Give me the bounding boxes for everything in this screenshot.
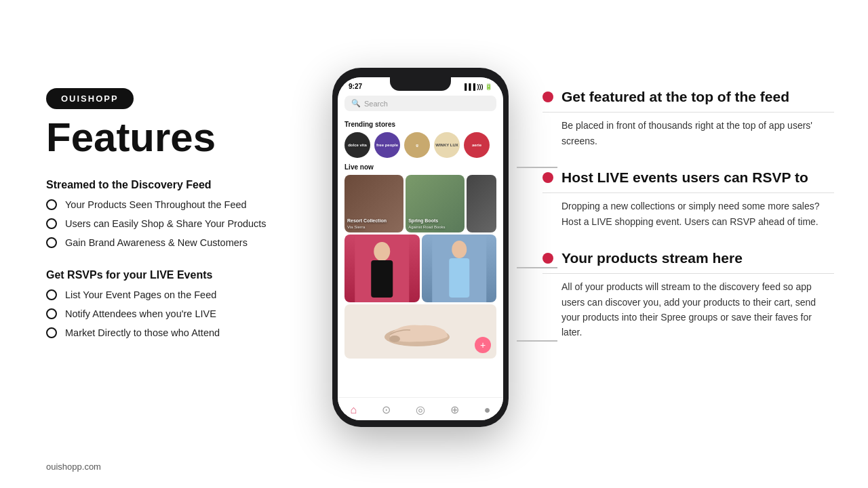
search-icon: 🔍	[351, 99, 361, 108]
bullet-icon	[46, 237, 57, 248]
svg-rect-5	[449, 258, 469, 298]
section1-list: Your Products Seen Throughout the Feed U…	[46, 198, 344, 250]
bullet-icon	[46, 289, 57, 300]
phone-search-area: 🔍 Search	[338, 93, 503, 117]
footer-text: ouishopp.com	[46, 462, 101, 472]
product-item-1[interactable]	[344, 235, 420, 302]
phone-content: Trending stores dolce vita free people g…	[338, 117, 503, 397]
logo-pill: OUISHOPP	[46, 88, 134, 109]
bullet-icon	[46, 218, 57, 229]
bullet-icon	[46, 308, 57, 319]
store-circles: dolce vita free people g WINKY LUX aerie	[344, 132, 496, 158]
svg-point-7	[389, 336, 400, 342]
live-item-resort[interactable]: Resort Collection Via Sierra	[344, 175, 403, 232]
right-panel: Get featured at the top of the feed Be p…	[542, 88, 834, 361]
shoe-img	[380, 313, 461, 350]
section1-title: Streamed to the Discovery Feed	[46, 179, 344, 191]
shoe-item[interactable]: +	[344, 304, 496, 359]
bullet-text: Market Directly to those who Attend	[65, 326, 220, 341]
search-bar[interactable]: 🔍 Search	[344, 96, 496, 111]
list-item: List Your Event Pages on the Feed	[46, 288, 344, 303]
live-title: Live now	[344, 163, 496, 171]
bullet-icon	[46, 199, 57, 210]
feature-header-1: Get featured at the top of the feed	[542, 88, 834, 113]
product-row	[344, 235, 496, 302]
store-circle-goldbergs[interactable]: g	[404, 132, 430, 158]
status-time: 9:27	[349, 83, 362, 90]
section2-title: Get RSVPs for your LIVE Events	[46, 269, 344, 281]
status-icons: ▐▐▐ ))) 🔋	[462, 83, 492, 90]
bullet-icon	[46, 327, 57, 338]
svg-point-1	[374, 242, 390, 261]
nav-cart-icon[interactable]: ⊕	[450, 403, 459, 416]
svg-rect-2	[371, 260, 393, 298]
store-circle-aerie[interactable]: aerie	[464, 132, 490, 158]
bullet-text: Your Products Seen Throughout the Feed	[65, 198, 247, 213]
nav-search-icon[interactable]: ⊙	[382, 403, 391, 416]
feature-desc-2: Dropping a new collections or simply nee…	[542, 199, 834, 229]
phone-notch	[390, 77, 451, 91]
list-item: Your Products Seen Throughout the Feed	[46, 198, 344, 213]
feature-header-2: Host LIVE events users can RSVP to	[542, 169, 834, 193]
feature-dot-2	[542, 172, 553, 183]
live-grid: Resort Collection Via Sierra Spring Boot…	[344, 175, 496, 232]
page-title: Features	[46, 116, 344, 159]
nav-profile-icon[interactable]: ●	[484, 404, 491, 416]
phone-mockup: 9:27 ▐▐▐ ))) 🔋 🔍 Search Trending stores …	[326, 68, 515, 427]
product-item-2[interactable]	[422, 235, 497, 302]
product-img-1	[344, 235, 420, 302]
live-item-extra[interactable]	[467, 175, 496, 232]
feature-dot-1	[542, 92, 553, 102]
feature-header-3: Your products stream here	[542, 249, 834, 274]
live-item-label: Spring Boots Against Road Books	[408, 218, 462, 230]
section2-list: List Your Event Pages on the Feed Notify…	[46, 288, 344, 340]
phone-screen: 9:27 ▐▐▐ ))) 🔋 🔍 Search Trending stores …	[338, 77, 503, 420]
feature-dot-3	[542, 253, 553, 264]
svg-point-4	[452, 241, 467, 258]
phone-frame: 9:27 ▐▐▐ ))) 🔋 🔍 Search Trending stores …	[332, 68, 509, 427]
store-circle-dolcevita[interactable]: dolce vita	[344, 132, 370, 158]
bullet-text: Gain Brand Awareness & New Customers	[65, 236, 248, 251]
bullet-text: Notify Attendees when you're LIVE	[65, 307, 216, 322]
feature-title-2: Host LIVE events users can RSVP to	[561, 169, 808, 186]
trending-title: Trending stores	[344, 121, 496, 128]
search-placeholder: Search	[364, 100, 388, 108]
list-item: Notify Attendees when you're LIVE	[46, 307, 344, 322]
live-item-boots[interactable]: Spring Boots Against Road Books	[406, 175, 465, 232]
store-circle-freepeople[interactable]: free people	[374, 132, 400, 158]
add-button[interactable]: +	[475, 337, 491, 353]
feature-title-1: Get featured at the top of the feed	[561, 88, 789, 105]
feature-desc-3: All of your products will stream to the …	[542, 279, 834, 340]
list-item: Gain Brand Awareness & New Customers	[46, 236, 344, 251]
product-img-2	[422, 235, 497, 302]
bullet-text: Users can Easily Shop & Share Your Produ…	[65, 217, 267, 232]
footer: ouishopp.com	[46, 462, 101, 472]
phone-nav: ⌂ ⊙ ◎ ⊕ ●	[338, 397, 503, 420]
live-section: Live now Resort Collection Via Sierra Sp…	[338, 161, 503, 363]
list-item: Market Directly to those who Attend	[46, 326, 344, 341]
bullet-text: List Your Event Pages on the Feed	[65, 288, 216, 303]
live-item-label: Resort Collection Via Sierra	[347, 218, 401, 230]
list-item: Users can Easily Shop & Share Your Produ…	[46, 217, 344, 232]
nav-chat-icon[interactable]: ◎	[416, 403, 425, 416]
feature-title-3: Your products stream here	[561, 249, 743, 266]
feature-item-1: Get featured at the top of the feed Be p…	[542, 88, 834, 148]
feature-item-3: Your products stream here All of your pr…	[542, 249, 834, 340]
feature-desc-1: Be placed in front of thousands right at…	[542, 118, 834, 148]
nav-home-icon[interactable]: ⌂	[350, 404, 357, 416]
store-circle-winkylux[interactable]: WINKY LUX	[434, 132, 460, 158]
trending-section: Trending stores dolce vita free people g…	[338, 117, 503, 161]
left-panel: OUISHOPP Features Streamed to the Discov…	[46, 88, 344, 360]
feature-item-2: Host LIVE events users can RSVP to Dropp…	[542, 169, 834, 229]
